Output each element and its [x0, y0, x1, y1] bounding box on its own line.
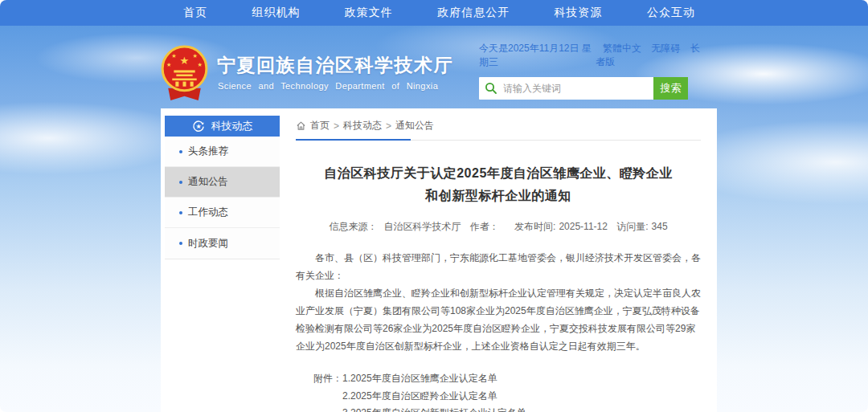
quick-links: 繁體中文 无障碍 长者版 [596, 42, 705, 69]
meta-views-label: 访问量: [616, 221, 648, 232]
link-traditional-chinese[interactable]: 繁體中文 [603, 43, 641, 54]
star-circle-icon: ★ [192, 120, 205, 133]
meta-author-label: 作者： [470, 221, 499, 232]
svg-text:★: ★ [180, 55, 190, 67]
article-main: 首页 > 科技动态 > 通知公告 自治区科技厅关于认定2025年度自治区雏鹰企业… [296, 119, 701, 412]
bullet-dot-icon [179, 181, 182, 184]
sidebar-item-notices[interactable]: 通知公告 [165, 167, 280, 198]
search-icon [479, 77, 503, 100]
current-date: 今天是2025年11月12日 星期三 [479, 42, 596, 69]
sidebar-item-label: 头条推荐 [188, 145, 228, 158]
search-button[interactable]: 搜索 [653, 77, 688, 100]
article-title-line2: 和创新型标杆企业的通知 [296, 185, 701, 207]
link-accessibility[interactable]: 无障碍 [651, 43, 680, 54]
nav-item-home[interactable]: 首页 [183, 6, 207, 20]
meta-publish-label: 发布时间: [514, 221, 555, 232]
attachment-link-2[interactable]: 2.2025年度自治区瞪羚企业认定名单 [342, 388, 526, 406]
sidebar-item-label: 通知公告 [188, 175, 228, 189]
article-title: 自治区科技厅关于认定2025年度自治区雏鹰企业、瞪羚企业 和创新型标杆企业的通知 [296, 162, 701, 207]
nav-item-policy[interactable]: 政策文件 [345, 6, 393, 20]
svg-text:★: ★ [192, 53, 197, 59]
breadcrumb: 首页 > 科技动态 > 通知公告 [296, 119, 701, 141]
article-meta: 信息来源：自治区科学技术厅 作者： 发布时间:2025-11-12 访问量:34… [296, 220, 701, 234]
home-icon [296, 120, 306, 131]
header-right: 今天是2025年11月12日 星期三 繁體中文 无障碍 长者版 搜索 [479, 42, 705, 100]
sidebar-menu: 头条推荐 通知公告 工作动态 时政要闻 [165, 137, 280, 259]
bullet-dot-icon [179, 150, 182, 153]
svg-text:★: ★ [195, 123, 201, 130]
page-root: 首页 组织机构 政策文件 政府信息公开 科技资源 公众互动 ★ ★ ★ ★ ★ … [0, 0, 868, 412]
meta-source-value: 自治区科学技术厅 [383, 221, 461, 232]
bullet-dot-icon [179, 211, 182, 214]
sidebar-item-work-trends[interactable]: 工作动态 [165, 198, 280, 228]
sidebar-item-current-politics[interactable]: 时政要闻 [165, 228, 280, 259]
nav-item-resources[interactable]: 科技资源 [555, 6, 603, 20]
sidebar-item-label: 时政要闻 [188, 237, 228, 251]
site-title: 宁夏回族自治区科学技术厅 [217, 53, 453, 78]
attachment-list: 1.2025年度自治区雏鹰企业认定名单 2.2025年度自治区瞪羚企业认定名单 … [342, 370, 526, 412]
sidebar-item-label: 工作动态 [188, 206, 228, 219]
breadcrumb-separator: > [334, 120, 339, 132]
site-subtitle: Science and Technology Department of Nin… [218, 81, 433, 91]
search-bar: 搜索 [479, 77, 688, 100]
bullet-dot-icon [179, 242, 182, 245]
svg-text:★: ★ [198, 62, 203, 68]
attachments: 附件： 1.2025年度自治区雏鹰企业认定名单 2.2025年度自治区瞪羚企业认… [313, 370, 701, 412]
breadcrumb-section[interactable]: 科技动态 [343, 119, 382, 133]
content-panel: ★ 科技动态 头条推荐 通知公告 工作动态 [161, 108, 717, 412]
attachment-link-1[interactable]: 1.2025年度自治区雏鹰企业认定名单 [342, 370, 526, 388]
attachment-link-3[interactable]: 3.2025年度自治区创新型标杆企业认定名单 [342, 405, 526, 412]
breadcrumb-separator: > [386, 120, 391, 132]
article-title-line1: 自治区科技厅关于认定2025年度自治区雏鹰企业、瞪羚企业 [296, 162, 701, 185]
nav-item-gov-info[interactable]: 政府信息公开 [437, 6, 510, 20]
sidebar-title: 科技动态 [211, 119, 253, 133]
nav-item-interaction[interactable]: 公众互动 [647, 6, 695, 20]
svg-text:★: ★ [166, 62, 171, 68]
paragraph: 根据自治区雏鹰企业、瞪羚企业和创新型标杆企业认定管理有关规定，决定认定半亩良人农… [296, 284, 701, 355]
top-navbar: 首页 组织机构 政策文件 政府信息公开 科技资源 公众互动 [0, 0, 868, 26]
sidebar-item-headlines[interactable]: 头条推荐 [165, 137, 280, 167]
meta-source-label: 信息来源： [329, 221, 377, 232]
national-emblem-logo[interactable]: ★ ★ ★ ★ ★ [158, 44, 211, 104]
search-input[interactable] [503, 77, 653, 100]
nav-item-organization[interactable]: 组织机构 [252, 6, 300, 20]
article-body: 各市、县（区）科技管理部门，宁东能源化工基地管委会，银川经济技术开发区管委会，各… [296, 249, 701, 355]
breadcrumb-current[interactable]: 通知公告 [395, 119, 434, 133]
sidebar-header: ★ 科技动态 [165, 116, 280, 137]
breadcrumb-home[interactable]: 首页 [310, 119, 330, 133]
meta-publish-value: 2025-11-12 [559, 221, 608, 232]
sidebar: ★ 科技动态 头条推荐 通知公告 工作动态 [165, 116, 280, 259]
paragraph: 各市、县（区）科技管理部门，宁东能源化工基地管委会，银川经济技术开发区管委会，各… [296, 249, 701, 284]
svg-text:★: ★ [171, 53, 176, 59]
meta-views-value: 345 [652, 221, 668, 232]
attachments-label: 附件： [313, 370, 342, 412]
